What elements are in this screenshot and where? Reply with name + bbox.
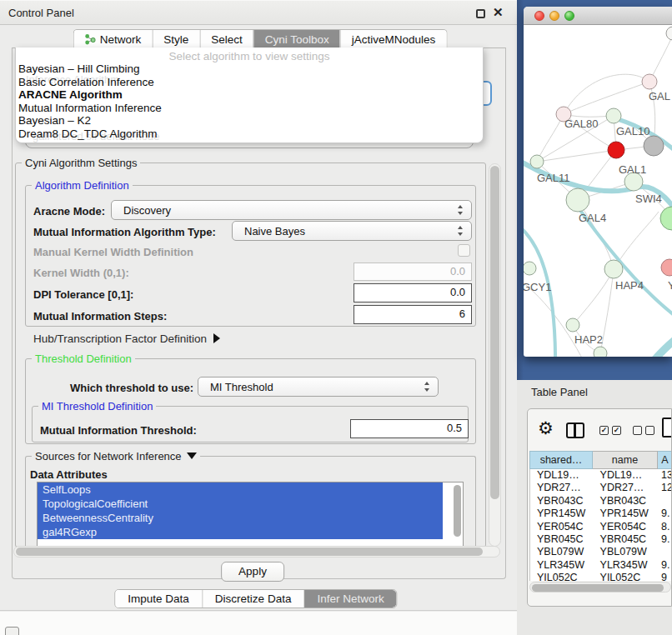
- attribute-item[interactable]: gal4RGexp: [38, 525, 443, 539]
- table-cell: 8.: [658, 521, 672, 533]
- tab-cyni-toolbox[interactable]: Cyni Toolbox: [253, 30, 340, 48]
- column-browser-icon[interactable]: [566, 422, 584, 438]
- table-cell: YDR27…: [594, 482, 659, 494]
- table-cell: 12: [658, 482, 672, 494]
- network-window-titlebar[interactable]: [524, 7, 672, 25]
- data-attributes-list[interactable]: SelfLoopsTopologicalCoefficientBetweenne…: [37, 482, 464, 548]
- table-row[interactable]: YDR27…YDR27…12: [530, 482, 672, 494]
- column-header-name[interactable]: name: [593, 451, 658, 469]
- settings-horizontal-scrollbar-thumb[interactable]: [16, 548, 483, 556]
- algorithm-item[interactable]: Dream8 DC_TDC Algorithm: [18, 128, 469, 141]
- deselect-all-columns-icon[interactable]: [633, 426, 654, 435]
- network-node[interactable]: [566, 318, 579, 332]
- table-cell: 9.: [658, 559, 672, 572]
- float-panel-icon[interactable]: [476, 9, 485, 18]
- network-node[interactable]: [604, 260, 623, 278]
- spinner-icon: [458, 205, 464, 215]
- algorithm-item[interactable]: Bayesian – K2: [18, 114, 469, 128]
- bottom-tab-impute-data[interactable]: Impute Data: [115, 590, 202, 608]
- collapse-down-icon: [187, 452, 197, 459]
- table-cell: [658, 546, 672, 558]
- network-node[interactable]: [644, 136, 664, 156]
- panel-title: Control Panel: [8, 7, 74, 19]
- data-attributes-label: Data Attributes: [30, 468, 108, 481]
- network-node[interactable]: [660, 207, 672, 230]
- tab-jactivemnodules[interactable]: jActiveMNodules: [340, 30, 447, 48]
- table-row[interactable]: YIL052CYIL052C9: [530, 572, 672, 581]
- table-cell: YDL19…: [594, 469, 659, 482]
- node-label: GAL80: [564, 118, 598, 130]
- sources-toggle[interactable]: Sources for Network Inference: [32, 450, 200, 462]
- table-cell: 9.: [658, 533, 672, 546]
- mi-algorithm-type-select[interactable]: Naive Bayes: [232, 221, 472, 241]
- attribute-items: SelfLoopsTopologicalCoefficientBetweenne…: [38, 482, 463, 539]
- algorithm-item[interactable]: ARACNE Algorithm: [18, 88, 469, 102]
- aracne-mode-select[interactable]: Discovery: [111, 200, 472, 220]
- manual-kernel-checkbox[interactable]: [458, 244, 470, 257]
- spinner-icon: [424, 382, 430, 392]
- network-node[interactable]: [566, 188, 589, 212]
- table-row[interactable]: YDL19…YDL19…13: [530, 469, 672, 482]
- mi-threshold-label: Mutual Information Threshold:: [40, 424, 197, 437]
- algorithm-item[interactable]: Basic Correlation Inference: [18, 76, 469, 89]
- column-header-a[interactable]: A: [658, 451, 672, 469]
- table-horizontal-scrollbar[interactable]: [529, 582, 671, 592]
- close-icon[interactable]: ✕: [493, 5, 504, 20]
- table-row[interactable]: YPR145WYPR145W9.: [530, 508, 672, 520]
- network-node[interactable]: [530, 155, 544, 168]
- network-node[interactable]: [661, 259, 672, 276]
- table-row[interactable]: YLR345WYLR345W9.: [530, 559, 672, 572]
- threshold-definition-title: Threshold Definition: [32, 352, 135, 365]
- spinner-icon: [458, 226, 464, 236]
- apply-button[interactable]: Apply: [221, 562, 284, 582]
- network-node[interactable]: [594, 347, 607, 357]
- tab-label: Network: [100, 33, 142, 46]
- table-scrollbar-thumb[interactable]: [532, 584, 664, 592]
- zoom-traffic-light-icon[interactable]: [564, 11, 574, 21]
- mi-threshold-field[interactable]: 0.5: [350, 419, 469, 438]
- network-graph[interactable]: GALGAL80GAL10GAL1GAL11SWI4GAL4GCY1HAP4YH…: [524, 25, 672, 357]
- network-node[interactable]: [606, 108, 621, 123]
- close-traffic-light-icon[interactable]: [534, 11, 544, 21]
- kernel-width-field[interactable]: 0.0: [354, 262, 472, 281]
- network-node[interactable]: [608, 142, 624, 158]
- attribute-item[interactable]: SelfLoops: [38, 482, 443, 497]
- settings-vertical-scrollbar-thumb[interactable]: [490, 166, 499, 499]
- algorithm-item[interactable]: Bayesian – Hill Climbing: [18, 62, 469, 76]
- tab-select[interactable]: Select: [199, 30, 253, 48]
- table-row[interactable]: YER054CYER054C8.: [530, 521, 672, 533]
- table-cell: YDR27…: [530, 482, 594, 494]
- network-node[interactable]: [642, 74, 657, 89]
- mi-steps-field[interactable]: 6: [354, 305, 472, 324]
- network-node[interactable]: [666, 27, 672, 40]
- select-all-columns-icon[interactable]: ✓ ✓: [599, 426, 621, 435]
- table-cell: YPR145W: [594, 508, 659, 520]
- column-header-shared[interactable]: shared…: [529, 451, 593, 469]
- node-label: SWI4: [635, 192, 662, 205]
- attribute-item[interactable]: TopologicalCoefficient: [38, 497, 443, 511]
- attribute-list-scrollbar[interactable]: [454, 485, 461, 537]
- table-cell: 9.: [658, 508, 672, 520]
- table-row[interactable]: YBR043CYBR043C: [530, 495, 672, 508]
- table-body: YDL19…YDL19…13YDR27…YDR27…12YBR043CYBR04…: [529, 469, 672, 581]
- minimize-traffic-light-icon[interactable]: [549, 11, 559, 21]
- tab-network[interactable]: Network: [74, 30, 153, 48]
- tab-style[interactable]: Style: [152, 30, 199, 48]
- table-cell: 13: [658, 469, 672, 482]
- table-row[interactable]: YBR045CYBR045C9.: [530, 533, 672, 546]
- which-threshold-select[interactable]: MI Threshold: [198, 377, 439, 397]
- bottom-tab-discretize-data[interactable]: Discretize Data: [202, 590, 304, 608]
- page-icon[interactable]: [662, 418, 672, 438]
- table-row[interactable]: YBL079WYBL079W: [530, 546, 672, 558]
- hub-definition-toggle[interactable]: Hub/Transcription Factor Definition: [33, 332, 220, 345]
- table-header-row: shared…nameA: [529, 451, 672, 469]
- attribute-item[interactable]: BetweennessCentrality: [38, 511, 443, 525]
- mi-steps-label: Mutual Information Steps:: [33, 310, 167, 322]
- bottom-tab-infer-network[interactable]: Infer Network: [303, 590, 396, 608]
- gear-icon[interactable]: ⚙: [538, 420, 554, 437]
- restore-panel-icon[interactable]: [5, 627, 19, 635]
- unchecked-box-icon: [633, 426, 642, 435]
- dpi-tolerance-field[interactable]: 0.0: [354, 283, 472, 302]
- network-node[interactable]: [524, 262, 536, 275]
- algorithm-item[interactable]: Mutual Information Inference: [18, 102, 469, 115]
